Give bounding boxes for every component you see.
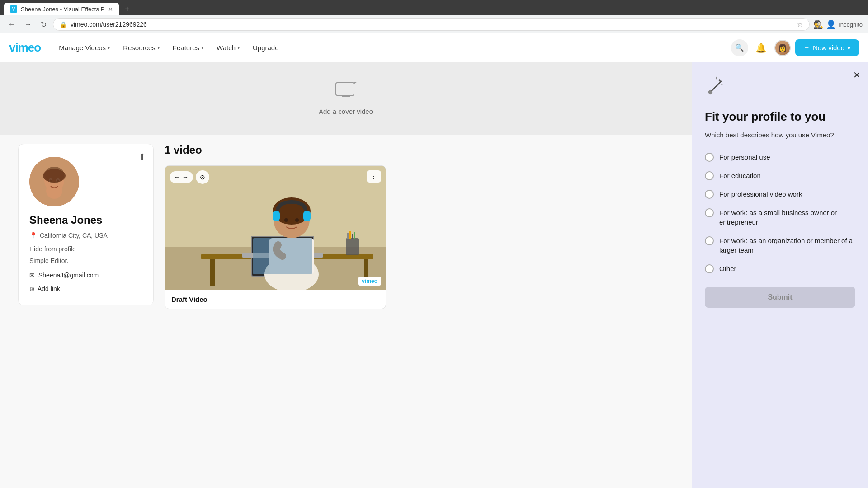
vimeo-logo[interactable]: vimeo bbox=[9, 41, 41, 55]
address-bar[interactable]: 🔒 vimeo.com/user212969226 ☆ bbox=[53, 18, 810, 31]
option-other-label: Other bbox=[719, 264, 736, 273]
back-button[interactable]: ← bbox=[5, 19, 18, 30]
svg-rect-35 bbox=[352, 234, 353, 239]
profile-sidebar: ⬆ bbox=[18, 144, 154, 305]
profile-body: ⬆ bbox=[0, 135, 692, 318]
notifications-button[interactable]: 🔔 bbox=[753, 39, 770, 56]
option-professional-label: For professional video work bbox=[719, 189, 802, 199]
panel-subtitle: Which best describes how you use Vimeo? bbox=[705, 130, 855, 140]
nav-resources[interactable]: Resources ▾ bbox=[118, 40, 165, 55]
user-avatar-button[interactable]: 👩 bbox=[774, 40, 791, 56]
radio-personal[interactable] bbox=[705, 153, 714, 162]
video-nav-button[interactable]: ← → bbox=[170, 171, 193, 183]
svg-point-30 bbox=[295, 218, 299, 222]
svg-text:✦: ✦ bbox=[715, 76, 718, 80]
radio-other[interactable] bbox=[705, 264, 714, 273]
incognito-label: Incognito bbox=[839, 21, 863, 28]
hide-from-profile[interactable]: Hide from profile bbox=[29, 245, 142, 253]
tab-favicon: V bbox=[10, 5, 17, 13]
svg-point-12 bbox=[43, 169, 66, 183]
vimeo-badge: vimeo bbox=[358, 277, 381, 286]
nav-watch[interactable]: Watch ▾ bbox=[211, 40, 245, 55]
profile-location: 📍 California City, CA, USA bbox=[29, 232, 142, 239]
option-personal[interactable]: For personal use bbox=[705, 152, 855, 162]
video-count: 1 video bbox=[165, 144, 674, 156]
option-professional[interactable]: For professional video work bbox=[705, 189, 855, 199]
new-tab-button[interactable]: + bbox=[121, 4, 133, 15]
browser-tab[interactable]: V Sheena Jones - Visual Effects P ✕ bbox=[4, 3, 119, 15]
share-profile-button[interactable]: ⬆ bbox=[138, 151, 146, 162]
radio-education[interactable] bbox=[705, 171, 714, 180]
option-education[interactable]: For education bbox=[705, 171, 855, 180]
video-info: Draft Video bbox=[165, 290, 386, 309]
nav-upgrade[interactable]: Upgrade bbox=[247, 40, 284, 55]
nav-features[interactable]: Features ▾ bbox=[167, 40, 209, 55]
resources-chevron: ▾ bbox=[157, 45, 160, 51]
tab-title: Sheena Jones - Visual Effects P bbox=[21, 6, 104, 13]
add-link-icon: ⊕ bbox=[29, 285, 35, 292]
email-icon: ✉ bbox=[29, 272, 35, 279]
svg-rect-17 bbox=[210, 259, 215, 286]
new-video-icon: ＋ bbox=[803, 43, 810, 52]
option-education-label: For education bbox=[719, 171, 761, 180]
svg-point-29 bbox=[284, 218, 288, 222]
panel-close-button[interactable]: ✕ bbox=[853, 70, 861, 80]
search-button[interactable]: 🔍 bbox=[731, 39, 748, 56]
option-organization[interactable]: For work: as an organization or member o… bbox=[705, 236, 855, 255]
svg-rect-27 bbox=[273, 211, 280, 221]
wand-icon: ✦ ✦ ✦ bbox=[705, 76, 855, 102]
radio-professional[interactable] bbox=[705, 190, 714, 199]
add-link-button[interactable]: ⊕ Add link bbox=[29, 285, 142, 292]
submit-button[interactable]: Submit bbox=[705, 287, 855, 308]
svg-point-7 bbox=[46, 183, 62, 199]
cover-video-area[interactable]: ✦ Add a cover video bbox=[0, 62, 692, 135]
profile-name: Sheena Jones bbox=[29, 214, 142, 226]
video-title: Draft Video bbox=[171, 296, 379, 303]
nav-upgrade-label: Upgrade bbox=[253, 44, 279, 52]
refresh-button[interactable]: ↻ bbox=[38, 19, 49, 31]
forward-button[interactable]: → bbox=[22, 19, 34, 30]
next-icon: → bbox=[182, 174, 189, 181]
profile-email: ✉ SheenaJ@gmail.com bbox=[29, 272, 142, 279]
profile-avatar-image bbox=[29, 157, 79, 206]
option-organization-label: For work: as an organization or member o… bbox=[719, 236, 855, 255]
profile-manager-icon[interactable]: 👤 bbox=[826, 19, 836, 29]
option-personal-label: For personal use bbox=[719, 152, 770, 162]
new-video-button[interactable]: ＋ New video ▾ bbox=[795, 39, 859, 56]
video-restrict-button[interactable]: ⊘ bbox=[196, 170, 209, 184]
svg-rect-0 bbox=[336, 83, 354, 95]
location-icon: 📍 bbox=[29, 232, 37, 239]
profile-page: ✦ Add a cover video ⬆ bbox=[0, 62, 692, 488]
option-small-business[interactable]: For work: as a small business owner or e… bbox=[705, 208, 855, 227]
tab-close-button[interactable]: ✕ bbox=[108, 6, 113, 13]
svg-text:✦: ✦ bbox=[352, 82, 357, 86]
video-card[interactable]: ← → ⊘ ⋮ vimeo Draft Video bbox=[165, 165, 386, 309]
nav-right-icons: 🕵 👤 Incognito bbox=[813, 19, 863, 29]
app-header: vimeo Manage Videos ▾ Resources ▾ Featur… bbox=[0, 33, 868, 62]
video-controls-overlay: ← → ⊘ bbox=[170, 170, 209, 184]
nav-resources-label: Resources bbox=[123, 44, 156, 52]
user-avatar: 👩 bbox=[775, 41, 790, 55]
option-small-business-label: For work: as a small business owner or e… bbox=[719, 208, 855, 227]
svg-rect-34 bbox=[349, 231, 351, 239]
svg-rect-33 bbox=[347, 233, 349, 239]
star-icon[interactable]: ☆ bbox=[797, 21, 803, 28]
watch-chevron: ▾ bbox=[237, 45, 240, 51]
main-nav: Manage Videos ▾ Resources ▾ Features ▾ W… bbox=[53, 40, 731, 55]
location-text: California City, CA, USA bbox=[40, 232, 108, 239]
nav-manage-videos[interactable]: Manage Videos ▾ bbox=[53, 40, 116, 55]
browser-nav-bar: ← → ↻ 🔒 vimeo.com/user212969226 ☆ 🕵 👤 In… bbox=[0, 15, 868, 33]
email-text: SheenaJ@gmail.com bbox=[38, 272, 99, 279]
radio-organization[interactable] bbox=[705, 236, 714, 245]
new-video-chevron: ▾ bbox=[847, 44, 851, 52]
option-other[interactable]: Other bbox=[705, 264, 855, 273]
radio-small-business[interactable] bbox=[705, 208, 714, 217]
url-text: vimeo.com/user212969226 bbox=[71, 21, 793, 28]
editor-label: Simple Editor. bbox=[29, 257, 142, 264]
browser-tab-bar: V Sheena Jones - Visual Effects P ✕ + bbox=[0, 0, 868, 15]
panel-title: Fit your profile to you bbox=[705, 110, 855, 124]
video-more-button[interactable]: ⋮ bbox=[367, 170, 381, 183]
manage-videos-chevron: ▾ bbox=[108, 45, 110, 51]
profile-avatar bbox=[29, 157, 79, 206]
svg-rect-31 bbox=[253, 238, 312, 274]
